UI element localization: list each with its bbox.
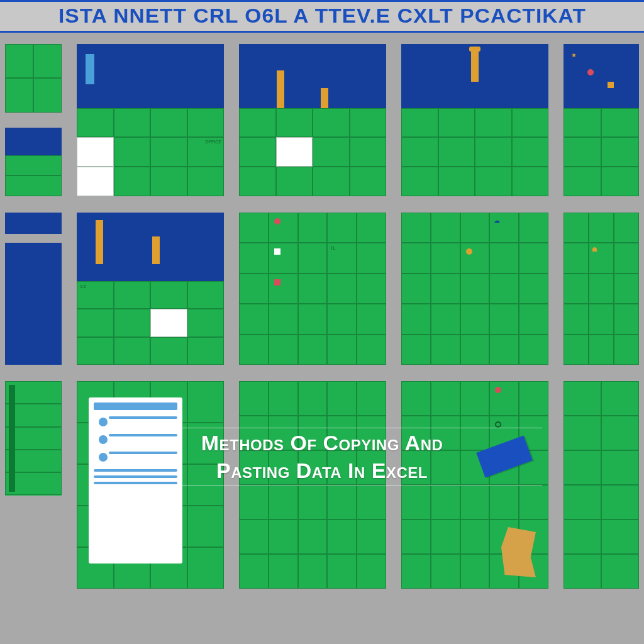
side-tile-3a: [5, 381, 62, 496]
tile-2-1: V.6: [77, 213, 224, 365]
dot-icon-2: [466, 248, 472, 255]
tile-2-4: ☗: [564, 213, 639, 365]
title-line-1: Methods Of Copying And: [102, 430, 542, 457]
side-partial-2: [5, 213, 62, 365]
tile-1-1: OFFICE: [77, 44, 224, 196]
side-tile-2a: [5, 213, 62, 234]
tile-2-3-grid: ☁: [401, 213, 548, 365]
top-banner: ISTA NNETT CRL O6L A TTEV.E CXLT PCACTIK…: [0, 0, 644, 33]
person-icon: ☗: [592, 246, 597, 253]
red-dot-icon: [587, 69, 594, 75]
side-tile-1b: [5, 128, 62, 196]
bullet-icon-1: [99, 418, 108, 426]
star-icon: ★: [571, 52, 577, 58]
list-card-header: [94, 402, 178, 410]
orange-sq-icon: [608, 82, 614, 88]
sq-icon-2: [274, 279, 280, 286]
tile-1-3: [401, 44, 548, 196]
cloud-icon: ☁: [494, 217, 500, 224]
tile-1-4: ★: [564, 44, 639, 196]
side-partial-3: [5, 381, 62, 589]
v6-label: V.6: [80, 284, 86, 289]
pin-head-icon: [469, 47, 480, 52]
bar-icon-2: [321, 88, 328, 108]
person-shape-icon: [501, 527, 536, 577]
sq-icon: [274, 248, 280, 255]
tile-2-2: TL: [239, 213, 386, 365]
tile-1-3-header: [401, 44, 548, 108]
office-label: OFFICE: [205, 140, 221, 144]
tile-2-4-grid: ☗: [564, 213, 639, 365]
tile-1-2-header: [239, 44, 386, 108]
side-tile-1a: [5, 44, 62, 113]
tile-1-4-header: ★: [564, 44, 639, 108]
tile-3-4-grid: [564, 381, 639, 589]
tile-1-2-grid: [239, 108, 386, 196]
green-bar-icon: [9, 385, 15, 492]
banner-text: ISTA NNETT CRL O6L A TTEV.E CXLT PCACTIK…: [58, 5, 586, 28]
side-partial-1: [5, 44, 62, 196]
title-overlay: Methods Of Copying And Pasting Data In E…: [102, 426, 542, 487]
tile-1-2: [239, 44, 386, 196]
bar-icon-1: [277, 70, 284, 108]
side-tile-2b: [5, 243, 62, 365]
tile-2-3: ☁: [401, 213, 548, 365]
bar-icon-3: [96, 220, 103, 264]
tile-2-2-grid: TL: [239, 213, 386, 365]
row-2: V.6 TL ☁: [5, 213, 639, 365]
tile-2-1-grid: V.6: [77, 281, 224, 365]
tile-1-3-grid: [401, 108, 548, 196]
bar-icon-4: [152, 236, 160, 264]
tile-3-4: [564, 381, 639, 589]
tile-grid: OFFICE: [0, 44, 644, 644]
dot-icon: [274, 218, 280, 225]
pin-icon: [471, 50, 479, 82]
tl-label: TL: [330, 246, 335, 250]
blue-bar-icon: [86, 54, 94, 84]
tile-1-1-grid: OFFICE: [77, 108, 224, 196]
tile-1-4-grid: [564, 108, 639, 196]
dot-icon-3: [495, 387, 501, 393]
title-line-2: Pasting Data In Excel: [102, 457, 542, 485]
tile-2-1-header: [77, 213, 224, 281]
row-1: OFFICE: [5, 44, 639, 196]
tile-1-1-header: [77, 44, 224, 108]
